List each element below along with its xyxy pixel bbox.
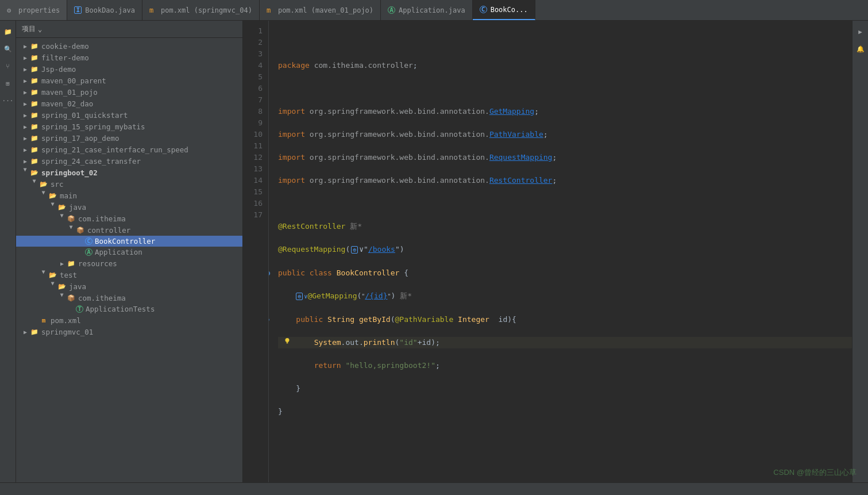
tree-item-label: Application (95, 248, 242, 256)
expand-arrow: ▶ (21, 66, 30, 72)
tab-application[interactable]: A Application.java (381, 0, 473, 20)
folder-icon: 📁 (30, 87, 39, 97)
tree-item-label: springboot_02 (41, 168, 242, 177)
sidebar-icon-search[interactable]: 🔍 (2, 43, 14, 55)
expand-arrow: ▶ (41, 270, 47, 279)
tree-item-spring17[interactable]: ▶ 📁 spring_17_aop_demo (16, 132, 242, 144)
tab-pom-maven[interactable]: m pom.xml (maven_01_pojo) (260, 0, 381, 20)
tree-item-maven00[interactable]: ▶ 📁 maven_00_parent (16, 75, 242, 86)
tree-item-springmvc01[interactable]: ▶ 📁 springmvc_01 (16, 326, 242, 337)
tab-pom-springmvc[interactable]: m pom.xml (springmvc_04) (142, 0, 260, 20)
svg-point-0 (286, 338, 290, 342)
folder-icon: 📁 (30, 145, 39, 154)
tree-item-label: java (69, 282, 242, 291)
tree-item-label: BookController (95, 237, 242, 245)
folder-icon: 📁 (30, 41, 39, 51)
tab-bookdao[interactable]: I BookDao.java (67, 0, 142, 20)
tree-item-resources[interactable]: ▶ 📁 resources (16, 258, 242, 269)
svg-rect-1 (287, 342, 288, 343)
tree-item-controller[interactable]: ▶ 📦 controller (16, 224, 242, 236)
code-line-5: import org.springframework.web.bind.anno… (278, 153, 557, 162)
right-sidebar-icons: ▶ 🔔 (852, 21, 868, 482)
tree-item-label: spring_01_quickstart (41, 111, 242, 120)
tree-item-label: resources (78, 259, 242, 268)
tree-item-label: filter-demo (41, 53, 242, 62)
chevron-down-icon[interactable]: ⌄ (38, 25, 42, 33)
tree-item-java-test[interactable]: ▶ 📂 java (16, 281, 242, 292)
expand-arrow: ▶ (50, 202, 56, 212)
tree-item-spring01[interactable]: ▶ 📁 spring_01_quickstart (16, 109, 242, 121)
java-ctrl-file-icon: C (85, 237, 92, 245)
right-icon-run[interactable]: ▶ (854, 25, 867, 38)
tree-item-maven01[interactable]: ▶ 📁 maven_01_pojo (16, 86, 242, 98)
tree-item-cookie-demo[interactable]: ▶ 📁 cookie-demo (16, 40, 242, 52)
tree-item-application[interactable]: A Application (16, 247, 242, 258)
tab-label: Application.java (399, 6, 465, 14)
code-line-15: } (278, 384, 300, 393)
tree-item-maven02[interactable]: ▶ 📁 maven_02_dao (16, 98, 242, 109)
tree-item-bookcontroller[interactable]: C BookController (16, 236, 242, 247)
sidebar-icon-folder[interactable]: 📁 (2, 25, 14, 38)
sidebar-icon-more[interactable]: ··· (2, 94, 14, 107)
tab-label: BookDao.java (85, 6, 135, 14)
tree-item-jsp-demo[interactable]: ▶ 📁 Jsp-demo (16, 63, 242, 75)
arrow-gutter-icon: ⊙ (269, 314, 269, 325)
tree-item-label: springmvc_01 (41, 328, 242, 336)
tree-item-spring24[interactable]: ▶ 📁 spring_24_case_transfer (16, 155, 242, 167)
folder-icon: 📁 (30, 327, 39, 336)
folder-icon: 📂 (48, 191, 57, 200)
folder-icon: 📁 (30, 133, 39, 143)
tree-item-test[interactable]: ▶ 📂 test (16, 269, 242, 281)
tree-item-com-itheima-test[interactable]: ▶ 📦 com.itheima (16, 292, 242, 304)
sidebar-icon-git[interactable]: ⑂ (2, 60, 14, 72)
folder-icon: 📁 (30, 122, 39, 131)
java-test-file-icon: T (76, 305, 83, 313)
code-line-8: @RestController 新* (278, 222, 362, 231)
expand-arrow: ▶ (68, 225, 75, 235)
package-icon: 📦 (67, 293, 76, 302)
tree-item-label: cookie-demo (41, 42, 242, 51)
tree-item-springboot02[interactable]: ▶ 📂 springboot_02 (16, 167, 242, 178)
folder-icon: 📁 (30, 53, 39, 62)
tree-item-spring15[interactable]: ▶ 📁 spring_15_spring_mybatis (16, 121, 242, 132)
tree-item-spring21[interactable]: ▶ 📁 spring_21_case_interface_run_speed (16, 144, 242, 155)
java-ctrl-icon: C (480, 6, 487, 13)
folder-icon: 📂 (30, 168, 39, 177)
sidebar-icon-structure[interactable]: ⊞ (2, 77, 14, 90)
bulb-gutter-icon (269, 325, 291, 360)
tree-item-src[interactable]: ▶ 📂 src (16, 178, 242, 190)
folder-icon: 📁 (30, 64, 39, 74)
code-line-14: return "hello,springboot2!"; (278, 361, 440, 370)
tree-item-java-main[interactable]: ▶ 📂 java (16, 201, 242, 213)
code-content: 1 2 3 4 5 6 7 8 9 10 11 12 13 14 15 16 1… (243, 21, 852, 482)
code-editor[interactable]: package com.itheima.controller; import o… (269, 21, 852, 482)
tree-item-filter-demo[interactable]: ▶ 📁 filter-demo (16, 52, 242, 63)
tree-item-label: maven_02_dao (41, 99, 242, 108)
tree-item-applicationtests[interactable]: T ApplicationTests (16, 304, 242, 314)
code-line-4: import org.springframework.web.bind.anno… (278, 130, 548, 139)
tree-item-com-itheima[interactable]: ▶ 📦 com.itheima (16, 213, 242, 224)
xml-icon: m (149, 6, 157, 14)
expand-arrow: ▶ (50, 282, 56, 291)
tree-item-main[interactable]: ▶ 📂 main (16, 190, 242, 201)
tree-item-label: com.itheima (78, 294, 242, 302)
right-icon-notifications[interactable]: 🔔 (854, 43, 867, 55)
xml-icon: m (267, 6, 275, 14)
code-line-10: public class BookController { (278, 267, 408, 279)
tree-item-label: maven_00_parent (41, 76, 242, 85)
tree-item-label: spring_15_spring_mybatis (41, 122, 242, 131)
main-area: 📁 🔍 ⑂ ⊞ ··· 项目 ⌄ ▶ 📁 cookie-demo ▶ 📁 fil… (0, 21, 868, 482)
file-tree-panel: 项目 ⌄ ▶ 📁 cookie-demo ▶ 📁 filter-demo ▶ (16, 21, 243, 482)
tab-bookcontroller[interactable]: C BookCo... (473, 0, 535, 20)
tree-item-label: maven_01_pojo (41, 88, 242, 97)
expand-arrow: ▶ (41, 191, 47, 200)
xml-file-icon: m (39, 316, 48, 325)
tab-properties[interactable]: ⚙ properties (0, 0, 67, 20)
tree-item-pom[interactable]: m pom.xml (16, 314, 242, 326)
svg-rect-2 (287, 343, 288, 344)
tree-item-label: test (60, 271, 242, 279)
package-icon: 📦 (76, 225, 85, 235)
expand-arrow: ▶ (21, 55, 30, 61)
line-numbers: 1 2 3 4 5 6 7 8 9 10 11 12 13 14 15 16 1… (243, 21, 269, 482)
expand-arrow: ▶ (21, 147, 30, 153)
